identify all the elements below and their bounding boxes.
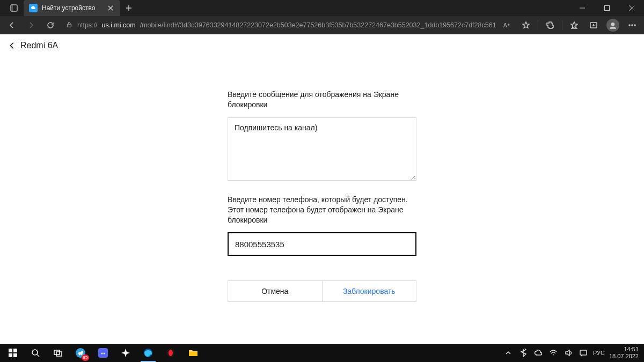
profile-button[interactable] [604,18,621,33]
search-button[interactable] [25,344,46,362]
system-tray: РУС 14:51 18.07.2022 [503,346,642,359]
favorites-list-button[interactable] [566,18,583,33]
browser-tab[interactable]: Найти устройство [24,0,120,16]
notifications-icon[interactable] [578,348,589,358]
volume-icon[interactable] [563,348,574,358]
phone-input[interactable] [228,232,416,256]
cloud-icon [29,4,38,12]
cancel-button[interactable]: Отмена [228,281,323,301]
nav-refresh-button[interactable] [42,18,59,33]
clock-date: 18.07.2022 [609,353,639,360]
chevron-left-icon [9,42,16,49]
nav-back-button[interactable] [3,18,20,33]
url-path: /mobile/find#/3d3d39763329414827223072e2… [140,21,496,29]
copilot-app[interactable] [115,344,136,362]
task-view-button[interactable] [47,344,69,362]
svg-point-7 [629,25,630,26]
onedrive-icon[interactable] [533,348,544,358]
language-indicator[interactable]: РУС [593,350,605,356]
avatar-icon [606,19,619,32]
svg-rect-25 [580,350,587,355]
browser-toolbar: https://us.i.mi.com/mobile/find#/3d3d397… [0,16,644,34]
svg-rect-2 [605,6,610,11]
tab-title: Найти устройство [42,4,102,12]
clock-time: 14:51 [609,346,639,353]
read-aloud-button[interactable]: A⁺ [498,18,515,33]
url-scheme: https:// [77,21,98,29]
lock-message-textarea[interactable] [228,117,416,181]
bluetooth-icon[interactable] [518,348,529,358]
svg-rect-11 [13,349,17,352]
close-tab-button[interactable] [106,4,115,12]
svg-point-9 [634,25,635,26]
svg-rect-15 [54,350,60,354]
svg-point-8 [632,25,633,26]
window-close-button[interactable] [619,0,644,16]
svg-text:A⁺: A⁺ [503,23,510,28]
page-back-header[interactable]: Redmi 6A [0,34,644,57]
new-tab-button[interactable] [120,0,137,16]
discord-app[interactable] [92,344,114,362]
lock-button[interactable]: Заблокировать [323,281,416,301]
window-minimize-button[interactable] [570,0,595,16]
svg-rect-12 [9,353,12,357]
edge-app[interactable] [137,344,159,362]
phone-label: Введите номер телефона, который будет до… [228,195,416,225]
svg-rect-10 [9,349,12,352]
svg-rect-24 [189,352,197,356]
svg-point-23 [169,350,173,356]
favorite-button[interactable] [517,18,535,33]
tab-actions-button[interactable] [4,0,24,16]
svg-rect-16 [56,352,62,356]
start-button[interactable] [2,344,24,362]
wifi-icon[interactable] [548,348,559,358]
file-explorer-app[interactable] [182,344,204,362]
nav-forward-button[interactable] [23,18,40,33]
telegram-app[interactable]: 85 [70,344,91,362]
extensions-button[interactable] [541,18,559,33]
opera-app[interactable] [160,344,181,362]
tray-overflow-button[interactable] [503,348,514,358]
windows-taskbar: 85 РУС 14:51 18.07.2022 [0,344,644,362]
device-name: Redmi 6A [20,41,58,50]
svg-rect-18 [98,348,108,358]
svg-rect-13 [13,353,17,357]
svg-rect-3 [68,24,71,27]
browser-menu-button[interactable] [624,18,641,33]
address-bar[interactable]: https://us.i.mi.com/mobile/find#/3d3d397… [61,18,496,33]
url-host: us.i.mi.com [102,21,136,29]
svg-point-20 [104,352,105,354]
window-maximize-button[interactable] [595,0,619,16]
page-content: Redmi 6A Введите сообщение для отображен… [0,34,644,344]
lock-icon [65,21,73,30]
svg-point-19 [101,352,103,354]
window-titlebar: Найти устройство [0,0,644,16]
message-label: Введите сообщение для отображения на Экр… [228,90,416,110]
action-buttons: Отмена Заблокировать [228,280,416,302]
collections-button[interactable] [585,18,602,33]
notification-badge: 85 [82,354,89,361]
svg-point-6 [611,23,614,26]
lock-form: Введите сообщение для отображения на Экр… [228,90,416,302]
clock[interactable]: 14:51 18.07.2022 [609,346,639,359]
svg-point-14 [32,350,38,355]
